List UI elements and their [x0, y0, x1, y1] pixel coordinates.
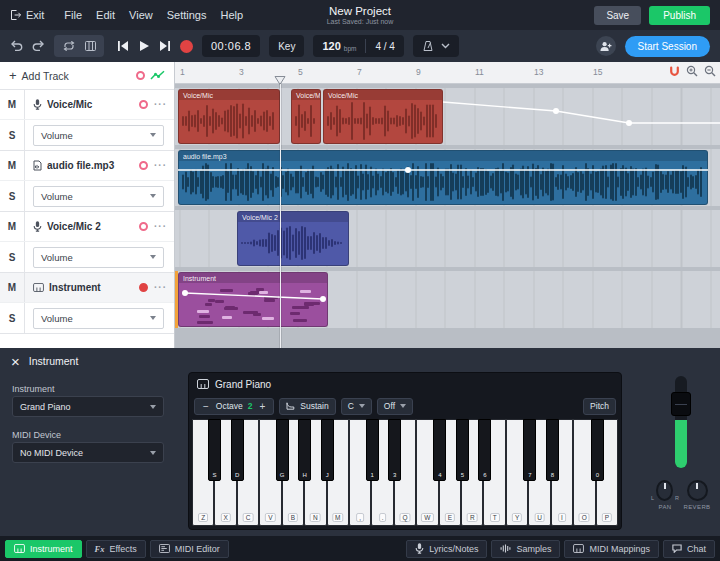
black-key-0[interactable]: 0 — [591, 419, 604, 481]
black-key-J[interactable]: J — [321, 419, 334, 481]
tab-lyrics-notes[interactable]: Lyrics/Notes — [406, 540, 487, 558]
menu-edit[interactable]: Edit — [96, 9, 115, 21]
pan-left-mark: L — [651, 495, 654, 501]
record-indicator-icon[interactable] — [136, 71, 145, 80]
clip[interactable]: Voice/Mic — [178, 89, 280, 144]
volume-select[interactable]: Volume — [33, 247, 164, 268]
timeline-ruler[interactable]: 13579111315 — [175, 62, 720, 84]
zoom-out-icon[interactable] — [704, 65, 716, 77]
clip[interactable]: Instrument — [178, 272, 328, 327]
zoom-in-icon[interactable] — [686, 65, 698, 77]
track-menu-button[interactable] — [154, 282, 167, 293]
black-key-G[interactable]: G — [276, 419, 289, 481]
publish-button[interactable]: Publish — [649, 6, 710, 25]
track-controls: SVolume — [0, 120, 174, 150]
track-menu-button[interactable] — [154, 221, 167, 232]
record-arm-button[interactable] — [139, 283, 148, 292]
key-label: Q — [399, 513, 410, 522]
menu-view[interactable]: View — [129, 9, 153, 21]
solo-button[interactable]: S — [0, 303, 25, 333]
pan-knob[interactable] — [656, 480, 673, 501]
metronome-button[interactable] — [413, 35, 459, 57]
solo-button[interactable]: S — [0, 120, 25, 150]
time-signature[interactable]: 4 / 4 — [375, 41, 394, 52]
black-key-1[interactable]: 1 — [366, 419, 379, 481]
sustain-toggle[interactable]: Sustain — [279, 398, 335, 415]
clip[interactable]: Voice/Mic — [323, 89, 443, 144]
lane-2: audio file.mp3 — [175, 149, 720, 206]
loop-browser-icon[interactable] — [669, 66, 680, 77]
pan-label: PAN — [651, 504, 679, 510]
project-title: New Project — [327, 5, 394, 17]
black-key-6[interactable]: 6 — [478, 419, 491, 481]
black-key-3[interactable]: 3 — [388, 419, 401, 481]
octave-minus-button[interactable]: − — [201, 401, 211, 412]
tab-instrument[interactable]: Instrument — [5, 540, 82, 558]
tempo-box[interactable]: 120 bpm 4 / 4 — [313, 35, 403, 57]
black-key-D[interactable]: D — [231, 419, 244, 481]
mute-button[interactable]: M — [0, 212, 25, 241]
volume-select[interactable]: Volume — [33, 186, 164, 207]
reverb-knob[interactable] — [687, 480, 708, 501]
undo-button[interactable] — [10, 40, 23, 52]
start-session-button[interactable]: Start Session — [625, 36, 710, 57]
track-menu-button[interactable] — [154, 160, 167, 171]
mute-button[interactable]: M — [0, 151, 25, 180]
instrument-select[interactable]: Grand Piano — [12, 396, 164, 417]
volume-select[interactable]: Volume — [33, 125, 164, 146]
scale-select[interactable]: Off — [377, 398, 413, 415]
skip-to-end-button[interactable] — [159, 40, 171, 52]
tab-midi-editor[interactable]: MIDI Editor — [150, 540, 229, 558]
panel-title: Instrument — [29, 355, 79, 367]
play-button[interactable] — [138, 40, 150, 52]
black-key-4[interactable]: 4 — [433, 419, 446, 481]
mute-button[interactable]: M — [0, 273, 25, 302]
track-menu-button[interactable] — [154, 99, 167, 110]
bpm-value[interactable]: 120 — [322, 40, 340, 52]
add-track-plus-icon[interactable]: + — [9, 68, 17, 83]
clip[interactable]: Voice/Mic — [291, 89, 321, 144]
skip-to-start-button[interactable] — [117, 40, 129, 52]
invite-user-icon[interactable] — [596, 36, 616, 56]
clip[interactable]: audio file.mp3 — [178, 150, 708, 205]
exit-button[interactable]: Exit — [10, 9, 44, 21]
solo-button[interactable]: S — [0, 181, 25, 211]
volume-select-value: Volume — [41, 130, 73, 141]
black-key-S[interactable]: S — [208, 419, 221, 481]
key-label: 3 — [393, 472, 396, 478]
midi-device-select[interactable]: No MIDI Device — [12, 442, 164, 463]
metronome-icon — [422, 40, 434, 52]
volume-fader[interactable] — [675, 376, 687, 468]
tab-chat[interactable]: Chat — [663, 540, 715, 558]
record-button[interactable] — [180, 40, 193, 53]
volume-select[interactable]: Volume — [33, 308, 164, 329]
redo-button[interactable] — [32, 40, 45, 52]
record-arm-button[interactable] — [139, 161, 148, 170]
key-button[interactable]: Key — [269, 35, 304, 57]
solo-button[interactable]: S — [0, 242, 25, 272]
record-arm-button[interactable] — [139, 222, 148, 231]
fader-handle[interactable] — [671, 392, 691, 416]
close-icon[interactable] — [11, 354, 20, 369]
pitch-button[interactable]: Pitch — [583, 398, 616, 415]
black-key-8[interactable]: 8 — [546, 419, 559, 481]
clip[interactable]: Voice/Mic 2 — [237, 211, 349, 266]
add-track-button[interactable]: Add Track — [22, 70, 69, 82]
menu-file[interactable]: File — [64, 9, 82, 21]
black-key-5[interactable]: 5 — [456, 419, 469, 481]
menu-settings[interactable]: Settings — [167, 9, 207, 21]
tab-samples[interactable]: Samples — [491, 540, 560, 558]
tab-effects[interactable]: FxEffects — [86, 540, 146, 558]
black-key-H[interactable]: H — [298, 419, 311, 481]
record-arm-button[interactable] — [139, 100, 148, 109]
automation-toggle-icon[interactable] — [150, 70, 165, 81]
key-select[interactable]: C — [341, 398, 372, 415]
menu-help[interactable]: Help — [220, 9, 243, 21]
save-button[interactable]: Save — [594, 6, 641, 25]
loop-library-icon[interactable] — [85, 41, 96, 51]
octave-plus-button[interactable]: + — [258, 401, 268, 412]
loop-toggle-icon[interactable] — [62, 41, 76, 51]
black-key-7[interactable]: 7 — [523, 419, 536, 481]
mute-button[interactable]: M — [0, 90, 25, 119]
tab-midi-mappings[interactable]: MIDI Mappings — [564, 540, 659, 558]
